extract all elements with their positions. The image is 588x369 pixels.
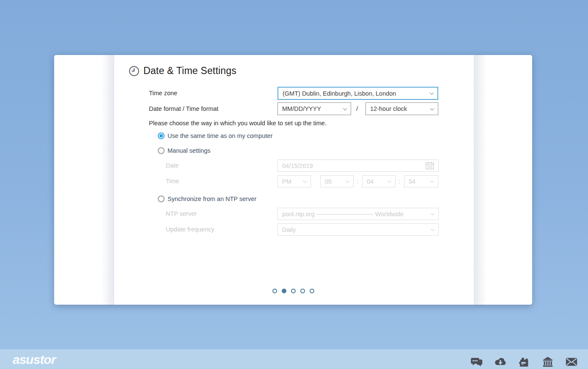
radio-label-manual: Manual settings xyxy=(168,147,211,154)
slide-shadow-right xyxy=(474,55,486,305)
pagination-dot-5[interactable] xyxy=(310,289,314,293)
chevron-down-icon xyxy=(346,179,350,183)
calendar-icon xyxy=(426,162,434,170)
format-label: Date format / Time format xyxy=(149,102,218,115)
radio-label-ntp: Synchronize from an NTP server xyxy=(168,196,256,202)
radio-button[interactable] xyxy=(158,147,165,154)
pagination-dot-1[interactable] xyxy=(272,289,277,293)
minute-value: 04 xyxy=(367,178,374,185)
timezone-label: Time zone xyxy=(149,87,177,100)
hour-select[interactable]: 05 xyxy=(320,175,354,187)
radio-label-computer: Use the same time as on my computer xyxy=(168,132,272,139)
date-format-value: MM/DD/YYYY xyxy=(282,105,321,112)
date-format-select[interactable]: MM/DD/YYYY xyxy=(278,102,351,115)
timezone-select[interactable]: (GMT) Dublin, Edinburgh, Lisbon, London xyxy=(278,87,438,100)
radio-button[interactable] xyxy=(158,196,165,202)
ntp-server-label: NTP server xyxy=(166,208,197,220)
radio-option-ntp[interactable]: Synchronize from an NTP server xyxy=(158,196,256,202)
chevron-down-icon xyxy=(430,91,434,95)
second-select[interactable]: 54 xyxy=(404,175,438,187)
pagination-dot-3[interactable] xyxy=(291,289,296,293)
chevron-down-icon xyxy=(431,227,435,231)
pagination-dots xyxy=(54,289,532,293)
ntp-server-select[interactable]: pool.ntp.org ---------------------------… xyxy=(278,208,439,220)
hour-value: 05 xyxy=(325,178,332,185)
chevron-down-icon xyxy=(430,179,434,183)
meridiem-select[interactable]: PM xyxy=(278,175,311,187)
second-value: 54 xyxy=(409,178,415,185)
radio-option-manual[interactable]: Manual settings xyxy=(158,147,211,154)
timezone-value: (GMT) Dublin, Edinburgh, Lisbon, London xyxy=(283,90,396,97)
setup-prompt: Please choose the way in which you would… xyxy=(149,120,327,127)
ntp-server-value: pool.ntp.org ---------------------------… xyxy=(282,211,404,218)
date-label: Date xyxy=(166,160,179,172)
update-frequency-label: Update frequency xyxy=(166,223,214,236)
meridiem-value: PM xyxy=(282,178,291,185)
time-colon: : xyxy=(398,175,400,187)
pagination-dot-2[interactable] xyxy=(282,289,286,293)
chevron-down-icon xyxy=(430,106,434,110)
radio-button[interactable] xyxy=(158,132,165,139)
mail-icon[interactable] xyxy=(565,355,578,368)
chat-icon[interactable] xyxy=(470,355,483,368)
format-separator: / xyxy=(356,102,358,115)
chevron-down-icon xyxy=(303,179,307,183)
minute-select[interactable]: 04 xyxy=(362,175,396,187)
date-time-settings-card: Date & Time Settings Time zone (GMT) Dub… xyxy=(54,55,532,305)
update-frequency-select[interactable]: Daily xyxy=(278,223,439,236)
college-icon[interactable] xyxy=(541,355,554,368)
time-label: Time xyxy=(166,175,179,187)
date-value: 04/15/2019 xyxy=(282,162,313,169)
chevron-down-icon xyxy=(387,179,392,183)
setup-wizard-screen: Date & Time Settings Time zone (GMT) Dub… xyxy=(0,0,588,369)
pagination-dot-4[interactable] xyxy=(300,289,305,293)
radio-option-computer[interactable]: Use the same time as on my computer xyxy=(158,132,272,139)
time-format-value: 12-hour clock xyxy=(370,105,407,112)
update-frequency-value: Daily xyxy=(282,226,296,233)
app-central-icon[interactable] xyxy=(518,355,530,368)
time-colon: : xyxy=(357,175,358,187)
date-input[interactable]: 04/15/2019 xyxy=(278,160,439,172)
clock-icon xyxy=(129,66,140,77)
time-format-select[interactable]: 12-hour clock xyxy=(365,102,438,115)
slide-shadow-left xyxy=(102,55,114,305)
cloud-download-icon[interactable] xyxy=(494,355,507,368)
page-title: Date & Time Settings xyxy=(143,65,236,77)
asustor-logo: asustor xyxy=(13,352,55,367)
footer-bar: asustor xyxy=(0,350,588,369)
chevron-down-icon xyxy=(431,211,435,215)
chevron-down-icon xyxy=(343,106,347,110)
